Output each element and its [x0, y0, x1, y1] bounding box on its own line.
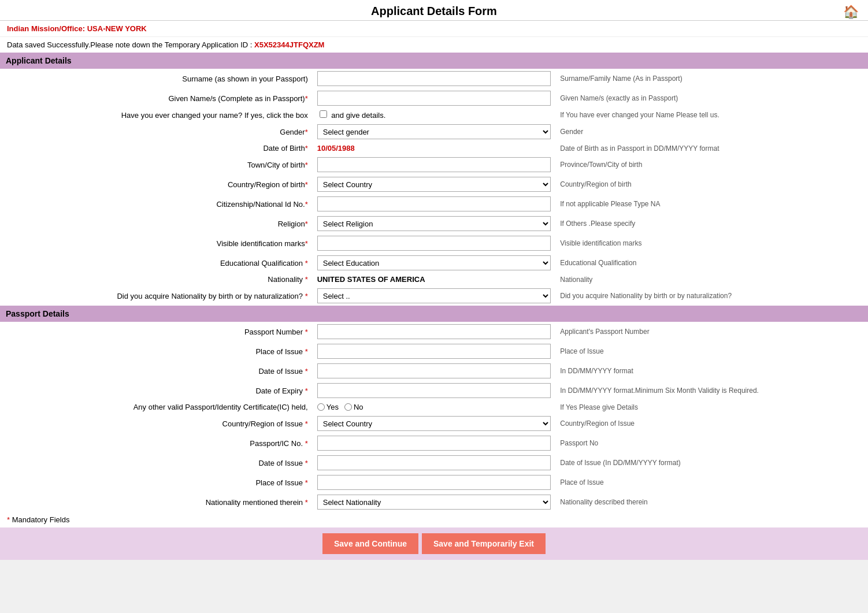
home-icon[interactable]: 🏠	[843, 5, 859, 20]
given-names-input[interactable]	[317, 91, 551, 106]
other-passport-doi-input[interactable]	[317, 455, 551, 470]
religion-hint: If Others .Please specify	[555, 214, 868, 233]
table-row: Date of Birth* 10/05/1988 Date of Birth …	[0, 142, 868, 155]
surname-hint: Surname/Family Name (As in Passport)	[555, 69, 868, 88]
other-passport-poi-label: Place of Issue *	[0, 473, 313, 492]
surname-input-cell	[313, 69, 556, 88]
city-of-birth-input[interactable]	[317, 157, 551, 172]
other-passport-doi-input-cell	[313, 453, 556, 473]
other-passport-number-label: Passport/IC No. *	[0, 433, 313, 453]
save-continue-button[interactable]: Save and Continue	[322, 533, 418, 554]
passport-poi-label: Place of Issue *	[0, 341, 313, 361]
religion-select[interactable]: Select Religion Hindu Muslim Christian S…	[317, 216, 551, 231]
other-passport-no-radio[interactable]	[344, 403, 352, 411]
name-changed-checkbox[interactable]	[320, 110, 327, 118]
mandatory-note-text: Mandatory Fields	[12, 515, 70, 524]
nationality-hint: Nationality	[555, 273, 868, 286]
table-row: Country/Region of Issue * Select Country…	[0, 414, 868, 433]
save-exit-button[interactable]: Save and Temporarily Exit	[422, 533, 546, 554]
table-row: Educational Qualification * Select Educa…	[0, 253, 868, 273]
other-passport-no-label: No	[344, 403, 363, 411]
other-passport-number-input[interactable]	[317, 436, 551, 451]
mission-bar: Indian Mission/Office: USA-NEW YORK	[0, 21, 868, 37]
table-row: Citizenship/National Id No.* If not appl…	[0, 194, 868, 214]
passport-doe-hint: In DD/MM/YYYY format.Minimum Six Month V…	[555, 381, 868, 400]
other-passport-nationality-select[interactable]: Select Nationality	[317, 495, 551, 510]
passport-number-input-cell	[313, 322, 556, 341]
passport-number-hint: Applicant's Passport Number	[555, 322, 868, 341]
education-select-cell: Select Education Below Matriculation Mat…	[313, 253, 556, 273]
education-label: Educational Qualification *	[0, 253, 313, 273]
citizenship-id-label: Citizenship/National Id No.*	[0, 194, 313, 214]
passport-poi-input[interactable]	[317, 344, 551, 359]
other-passport-poi-input[interactable]	[317, 475, 551, 490]
other-passport-nationality-label: Nationality mentioned therein *	[0, 492, 313, 512]
table-row: Date of Issue * In DD/MM/YYYY format	[0, 361, 868, 381]
nationality-acquisition-label: Did you acquire Nationality by birth or …	[0, 286, 313, 306]
table-row: Surname (as shown in your Passport) Surn…	[0, 69, 868, 88]
table-row: Any other valid Passport/Identity Certif…	[0, 400, 868, 414]
given-names-input-cell	[313, 88, 556, 108]
other-passport-label: Any other valid Passport/Identity Certif…	[0, 400, 313, 414]
mandatory-note: * Mandatory Fields	[0, 512, 868, 527]
passport-details-header: Passport Details	[0, 306, 868, 322]
city-of-birth-input-cell	[313, 155, 556, 174]
visible-marks-label: Visible identification marks*	[0, 233, 313, 253]
table-row: Passport Number * Applicant's Passport N…	[0, 322, 868, 341]
passport-doe-input[interactable]	[317, 383, 551, 398]
gender-select[interactable]: Select gender Male Female Other	[317, 124, 551, 139]
dob-hint: Date of Birth as in Passport in DD/MM/YY…	[555, 142, 868, 155]
other-passport-country-select[interactable]: Select Country	[317, 416, 551, 431]
app-id: X5X52344JTFQXZM	[254, 40, 324, 49]
passport-doi-hint: In DD/MM/YYYY format	[555, 361, 868, 381]
table-row: Date of Issue * Date of Issue (In DD/MM/…	[0, 453, 868, 473]
success-bar: Data saved Successfully.Please note down…	[0, 37, 868, 53]
table-row: Passport/IC No. * Passport No	[0, 433, 868, 453]
table-row: Nationality mentioned therein * Select N…	[0, 492, 868, 512]
passport-doi-input[interactable]	[317, 363, 551, 378]
table-row: Did you acquire Nationality by birth or …	[0, 286, 868, 306]
other-passport-poi-input-cell	[313, 473, 556, 492]
other-passport-number-input-cell	[313, 433, 556, 453]
other-passport-doi-label: Date of Issue *	[0, 453, 313, 473]
visible-marks-input[interactable]	[317, 236, 551, 251]
other-passport-yes-radio[interactable]	[317, 403, 325, 411]
passport-doi-input-cell	[313, 361, 556, 381]
table-row: Town/City of birth* Province/Town/City o…	[0, 155, 868, 174]
passport-doi-label: Date of Issue *	[0, 361, 313, 381]
other-passport-country-hint: Country/Region of Issue	[555, 414, 868, 433]
other-passport-yes-label: Yes	[317, 403, 339, 411]
other-passport-country-label: Country/Region of Issue *	[0, 414, 313, 433]
nationality-acquisition-select[interactable]: Select .. By Birth By Naturalization	[317, 288, 551, 303]
citizenship-id-hint: If not applicable Please Type NA	[555, 194, 868, 214]
applicant-details-table: Surname (as shown in your Passport) Surn…	[0, 69, 868, 306]
required-asterisk: *	[7, 515, 10, 524]
dob-label: Date of Birth*	[0, 142, 313, 155]
other-passport-country-select-cell: Select Country	[313, 414, 556, 433]
education-hint: Educational Qualification	[555, 253, 868, 273]
visible-marks-hint: Visible identification marks	[555, 233, 868, 253]
dob-value-cell: 10/05/1988	[313, 142, 556, 155]
passport-number-input[interactable]	[317, 324, 551, 339]
other-passport-number-hint: Passport No	[555, 433, 868, 453]
gender-label: Gender*	[0, 122, 313, 142]
visible-marks-input-cell	[313, 233, 556, 253]
other-passport-poi-hint: Place of Issue	[555, 473, 868, 492]
table-row: Country/Region of birth* Select Country …	[0, 174, 868, 194]
religion-select-cell: Select Religion Hindu Muslim Christian S…	[313, 214, 556, 233]
nationality-acquisition-hint: Did you acquire Nationality by birth or …	[555, 286, 868, 306]
citizenship-id-input[interactable]	[317, 196, 551, 211]
other-passport-radio-group: Yes No	[317, 403, 551, 411]
education-select[interactable]: Select Education Below Matriculation Mat…	[317, 255, 551, 270]
country-of-birth-select[interactable]: Select Country	[317, 177, 551, 192]
table-row: Place of Issue * Place of Issue	[0, 341, 868, 361]
page-title: Applicant Details Form	[0, 5, 868, 18]
table-row: Nationality * UNITED STATES OF AMERICA N…	[0, 273, 868, 286]
table-row name-changed-row: Have you ever changed your name? If yes,…	[0, 108, 868, 122]
nationality-value: UNITED STATES OF AMERICA	[317, 275, 425, 284]
table-row: Gender* Select gender Male Female Other …	[0, 122, 868, 142]
given-names-label: Given Name/s (Complete as in Passport)*	[0, 88, 313, 108]
mission-value: USA-NEW YORK	[87, 24, 147, 33]
table-row: Visible identification marks* Visible id…	[0, 233, 868, 253]
surname-input[interactable]	[317, 71, 551, 86]
